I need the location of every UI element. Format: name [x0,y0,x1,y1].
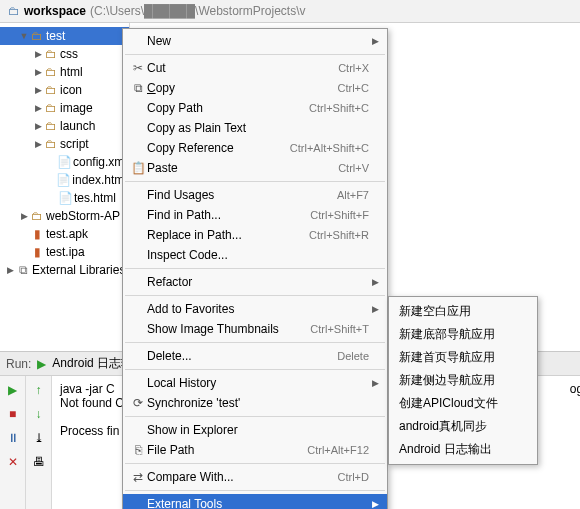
menu-item[interactable]: ✂CutCtrl+X [123,58,387,78]
submenu-item[interactable]: 新建空白应用 [389,300,537,323]
tree-item[interactable]: 📄config.xml [0,153,129,171]
tree-twisty-icon[interactable]: ▶ [18,211,30,221]
file-html-icon: 📄 [58,191,72,205]
menu-item[interactable]: Delete...Delete [123,346,387,366]
run-controls-right: ↑ ↓ ⤓ 🖶 [26,376,52,509]
submenu-item[interactable]: 新建首页导航应用 [389,346,537,369]
menu-shortcut: Ctrl+Alt+Shift+C [290,142,369,154]
tree-item[interactable]: ▶🗀html [0,63,129,81]
tree-item-label: tes.html [74,191,116,205]
menu-item-label: Replace in Path... [147,228,309,242]
menu-item-label: Local History [147,376,369,390]
submenu-arrow-icon: ▶ [369,277,379,287]
tree-item[interactable]: ▶⧉External Libraries [0,261,129,279]
submenu-item[interactable]: 新建侧边导航应用 [389,369,537,392]
tree-twisty-icon[interactable]: ▶ [32,67,44,77]
close-button[interactable]: ✕ [5,454,21,470]
pause-button[interactable]: ⏸ [5,430,21,446]
menu-item-label: Show in Explorer [147,423,369,437]
menu-separator [125,181,385,182]
menu-item-label: Add to Favorites [147,302,369,316]
tree-twisty-icon[interactable]: ▶ [32,121,44,131]
submenu-item[interactable]: 创建APICloud文件 [389,392,537,415]
menu-item-label: Delete... [147,349,337,363]
submenu-item[interactable]: 新建底部导航应用 [389,323,537,346]
file-xml-icon: 📄 [57,155,71,169]
tree-item-label: css [60,47,78,61]
menu-item[interactable]: Copy PathCtrl+Shift+C [123,98,387,118]
menu-item[interactable]: 📋PasteCtrl+V [123,158,387,178]
tree-twisty-icon[interactable]: ▶ [32,85,44,95]
tree-item[interactable]: ▶🗀css [0,45,129,63]
menu-item[interactable]: ⇄Compare With...Ctrl+D [123,467,387,487]
menu-item-label: Paste [147,161,338,175]
menu-shortcut: Ctrl+Shift+R [309,229,369,241]
menu-item[interactable]: External Tools▶ [123,494,387,509]
menu-item[interactable]: Add to Favorites▶ [123,299,387,319]
menu-item[interactable]: Refactor▶ [123,272,387,292]
menu-item[interactable]: Find UsagesAlt+F7 [123,185,387,205]
folder-icon: 🗀 [44,119,58,133]
tree-item-label: test.ipa [46,245,85,259]
menu-separator [125,463,385,464]
menu-shortcut: Ctrl+C [338,82,369,94]
menu-item[interactable]: Copy as Plain Text [123,118,387,138]
play-icon: ▶ [37,357,46,371]
menu-item[interactable]: ⧉CopyCtrl+C [123,78,387,98]
menu-shortcut: Ctrl+D [338,471,369,483]
menu-separator [125,268,385,269]
tree-item[interactable]: 📄index.html [0,171,129,189]
tree-item-label: webStorm-AP [46,209,120,223]
menu-item-icon: ⎘ [129,443,147,457]
external-tools-submenu: 新建空白应用新建底部导航应用新建首页导航应用新建侧边导航应用创建APICloud… [388,296,538,465]
menu-item[interactable]: Inspect Code... [123,245,387,265]
tree-twisty-icon[interactable]: ▶ [32,103,44,113]
menu-item[interactable]: Find in Path...Ctrl+Shift+F [123,205,387,225]
tree-item[interactable]: ▶🗀script [0,135,129,153]
run-controls-left: ▶ ■ ⏸ ✕ [0,376,26,509]
menu-separator [125,295,385,296]
menu-item[interactable]: Show in Explorer [123,420,387,440]
menu-item-label: Find in Path... [147,208,310,222]
tree-item-label: html [60,65,83,79]
folder-icon: 🗀 [8,4,20,18]
submenu-item[interactable]: Android 日志输出 [389,438,537,461]
tree-item[interactable]: ▮test.ipa [0,243,129,261]
menu-separator [125,490,385,491]
submenu-item[interactable]: android真机同步 [389,415,537,438]
menu-separator [125,54,385,55]
menu-item[interactable]: ⎘File PathCtrl+Alt+F12 [123,440,387,460]
menu-item-icon: ✂ [129,61,147,75]
menu-shortcut: Alt+F7 [337,189,369,201]
breadcrumb-title[interactable]: workspace [24,4,86,18]
tree-item[interactable]: ▼🗀test [0,27,129,45]
tree-twisty-icon[interactable]: ▶ [32,139,44,149]
up-icon[interactable]: ↑ [31,382,47,398]
tree-twisty-icon[interactable]: ▶ [32,49,44,59]
print-icon[interactable]: 🖶 [31,454,47,470]
tree-item[interactable]: ▮test.apk [0,225,129,243]
tree-twisty-icon[interactable]: ▶ [4,265,16,275]
menu-item[interactable]: Local History▶ [123,373,387,393]
menu-shortcut: Ctrl+Shift+F [310,209,369,221]
down-icon[interactable]: ↓ [31,406,47,422]
tree-item[interactable]: ▶🗀image [0,99,129,117]
export-icon[interactable]: ⤓ [31,430,47,446]
run-tab-label: Run: [6,357,31,371]
tree-item[interactable]: 📄tes.html [0,189,129,207]
folder-icon: 🗀 [44,83,58,97]
tree-item[interactable]: ▶🗀launch [0,117,129,135]
tree-item-label: launch [60,119,95,133]
stop-button[interactable]: ■ [5,406,21,422]
menu-item[interactable]: New▶ [123,31,387,51]
tree-item[interactable]: ▶🗀webStorm-AP [0,207,129,225]
run-button[interactable]: ▶ [5,382,21,398]
menu-item[interactable]: Copy ReferenceCtrl+Alt+Shift+C [123,138,387,158]
tree-item[interactable]: ▶🗀icon [0,81,129,99]
tree-twisty-icon[interactable]: ▼ [18,31,30,41]
menu-item[interactable]: Show Image ThumbnailsCtrl+Shift+T [123,319,387,339]
menu-separator [125,342,385,343]
menu-item-label: Copy Path [147,101,309,115]
menu-item[interactable]: ⟳Synchronize 'test' [123,393,387,413]
menu-item[interactable]: Replace in Path...Ctrl+Shift+R [123,225,387,245]
